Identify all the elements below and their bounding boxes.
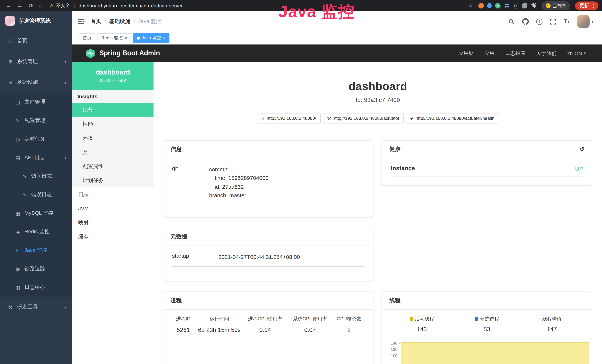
sba-item-metrics[interactable]: 性能 — [72, 117, 153, 131]
tag-label: Java 监控 — [142, 35, 161, 41]
metadata-card: 元数据 startup 2021-04-27T00:44:31.254+08:0… — [163, 228, 373, 281]
smiley-icon — [546, 3, 551, 8]
tag-label: 首页 — [83, 35, 92, 41]
close-icon[interactable]: × — [125, 36, 127, 40]
extensions-puzzle-icon[interactable] — [531, 3, 537, 9]
app-logo — [5, 16, 15, 26]
threads-legend: 活动线程 守护进程 线程峰值 — [389, 316, 584, 322]
sidebar-item-file-management[interactable]: ◫ 文件管理 — [0, 93, 72, 111]
breadcrumb-current: Java 监控 — [138, 18, 161, 25]
sidebar-item-scheduled-tasks[interactable]: ◷ 定时任务 — [0, 130, 72, 148]
home-icon[interactable]: ⌂ — [37, 0, 44, 11]
sidebar-item-infrastructure[interactable]: ⊞ 基础设施 ▴ — [0, 72, 72, 93]
tags-view: 首页 Redis 监控 × Java 监控 × — [72, 32, 602, 44]
github-icon[interactable] — [522, 18, 529, 25]
close-icon[interactable]: × — [163, 36, 166, 40]
sidebar-item-tracing[interactable]: ◉ 链路追踪 — [0, 260, 72, 278]
history-icon[interactable]: ↺ — [579, 146, 584, 153]
extension-icon[interactable]: on — [513, 3, 518, 8]
instance-header[interactable]: dashboard 93a3fc7f7409 — [72, 62, 153, 90]
sba-item-beans[interactable]: 类 — [72, 145, 153, 159]
forward-icon[interactable]: → — [15, 0, 24, 11]
sba-group-insights[interactable]: Insights — [72, 90, 153, 103]
extension-icon[interactable] — [504, 3, 509, 8]
instance-link-actuator[interactable]: ⚒ http://192.168.0.2:48080/actuator — [322, 113, 404, 124]
paused-badge[interactable]: 已暂停 — [542, 1, 570, 10]
tag-home[interactable]: 首页 — [79, 33, 95, 43]
access-log-icon: ✎ — [22, 173, 27, 179]
cpu-cores: 2 — [333, 327, 366, 333]
sidebar-item-access-logs[interactable]: ✎ 访问日志 — [0, 167, 72, 185]
active-threads-value: 143 — [389, 326, 454, 333]
sidebar-item-config-management[interactable]: ✎ 配置管理 — [0, 111, 72, 130]
sba-item-scheduled-tasks[interactable]: 计划任务 — [72, 173, 153, 187]
instance-link-root[interactable]: ⌂ http://192.168.0.2:48080/ — [257, 113, 321, 124]
instance-name: dashboard — [96, 69, 130, 76]
extension-icon[interactable] — [487, 3, 492, 8]
tag-java-monitor[interactable]: Java 监控 × — [133, 33, 169, 43]
extension-icon[interactable] — [478, 3, 484, 8]
sba-main: dashboard Id: 93a3fc7f7409 ⌂ http://192.… — [153, 62, 602, 364]
cards-grid: 信息 git commit: time: 1596289704000 id: 2… — [153, 140, 602, 364]
sidebar-item-home[interactable]: ◎ 首页 — [0, 30, 72, 51]
sidebar-item-mysql-monitor[interactable]: ▦ MySQL 监控 — [0, 204, 72, 223]
sba-nav-wallboard[interactable]: 应用墙 — [458, 50, 474, 57]
breadcrumb-home[interactable]: 首页 — [91, 18, 101, 25]
sidebar-item-redis-monitor[interactable]: ◈ Redis 监控 — [0, 223, 72, 241]
search-icon[interactable] — [508, 18, 515, 25]
sba-item-loggers[interactable]: 日志 — [72, 187, 153, 201]
threads-chart-yaxis: 140 120 100 — [387, 340, 400, 364]
site-security-chip[interactable]: ⚠ 不安全 | dashboard.yudao.iocoder.cn/infra… — [50, 2, 183, 9]
sidebar-item-api-logs[interactable]: ▤ API 日志 ▴ — [0, 148, 72, 167]
legend-daemon-threads: 守护进程 — [480, 316, 499, 321]
health-card-title: 健康 — [389, 146, 400, 153]
sba-item-caches[interactable]: 缓存 — [72, 230, 153, 244]
sba-item-config-properties[interactable]: 配置属性 — [72, 159, 153, 173]
breadcrumb-infrastructure[interactable]: 基础设施 — [109, 18, 130, 25]
app-logo-row[interactable]: 芋道管理系统 — [0, 11, 72, 30]
sba-item-jvm[interactable]: JVM — [72, 201, 153, 215]
user-menu[interactable]: ▾ — [577, 15, 593, 28]
sba-brand-text: Spring Boot Admin — [99, 49, 160, 57]
sidebar-item-error-logs[interactable]: ✎ 错误日志 — [0, 185, 72, 204]
sba-item-environment[interactable]: 环境 — [72, 131, 153, 145]
vue-devtools-icon[interactable]: v — [495, 3, 501, 8]
metadata-value: 2021-04-27T00:44:31.254+08:00 — [218, 253, 300, 261]
address-url[interactable]: dashboard.yudao.iocoder.cn/infra/admin-s… — [79, 3, 183, 8]
reload-icon[interactable]: ⟳ — [27, 0, 35, 11]
java-monitor-icon: ⊡ — [15, 247, 21, 253]
instance-link-health[interactable]: ♥ http://192.168.0.2:48080/actuator/heal… — [406, 113, 499, 124]
paused-label: 已暂停 — [552, 2, 566, 9]
legend-swatch-yellow — [409, 317, 413, 321]
sba-nav-journal[interactable]: 日志报表 — [505, 50, 526, 57]
edit-icon: ✎ — [15, 118, 21, 123]
sba-nav-applications[interactable]: 应用 — [484, 50, 495, 57]
sidebar-item-dev-tools[interactable]: ⚒ 研发工具 ▾ — [0, 297, 72, 317]
extension-icon[interactable] — [522, 3, 527, 8]
process-cpu: 0.04 — [243, 327, 288, 333]
text-size-icon[interactable]: TT — [564, 19, 570, 24]
address-divider: | — [72, 3, 76, 8]
fullscreen-icon[interactable] — [550, 18, 556, 25]
sidebar-item-log-center[interactable]: ▥ 日志中心 — [0, 278, 72, 297]
instance-links: ⌂ http://192.168.0.2:48080/ ⚒ http://192… — [153, 113, 602, 124]
help-icon[interactable]: ? — [536, 18, 542, 25]
kebab-menu-icon[interactable]: ⋮ — [591, 3, 596, 8]
mysql-monitor-icon: ▦ — [15, 211, 21, 216]
chevron-down-icon: ▾ — [584, 51, 586, 56]
tag-redis-monitor[interactable]: Redis 监控 × — [97, 33, 131, 43]
bookmark-star-icon[interactable]: ☆ — [466, 0, 475, 11]
sidebar-item-java-monitor[interactable]: ⊡ Java 监控 — [0, 241, 72, 260]
sba-item-mappings[interactable]: 映射 — [72, 215, 153, 230]
process-table-headers: 进程ID 运行时间 进程CPU使用率 系统CPU使用率 CPU核心数 — [171, 316, 366, 322]
sidebar-item-system-management[interactable]: ⚙ 系统管理 ▾ — [0, 51, 72, 72]
locale-label: zh-CN — [567, 50, 582, 56]
sba-item-details[interactable]: 细节 — [72, 103, 153, 117]
back-icon[interactable]: ← — [4, 0, 13, 11]
locale-select[interactable]: zh-CN ▾ — [567, 50, 586, 56]
update-button[interactable]: 更新 ⋮ — [575, 1, 599, 10]
sba-brand[interactable]: Spring Boot Admin — [86, 48, 160, 58]
avatar[interactable] — [577, 15, 590, 28]
sidebar-toggle-button[interactable] — [78, 19, 85, 24]
sba-nav-about[interactable]: 关于我们 — [536, 50, 557, 57]
